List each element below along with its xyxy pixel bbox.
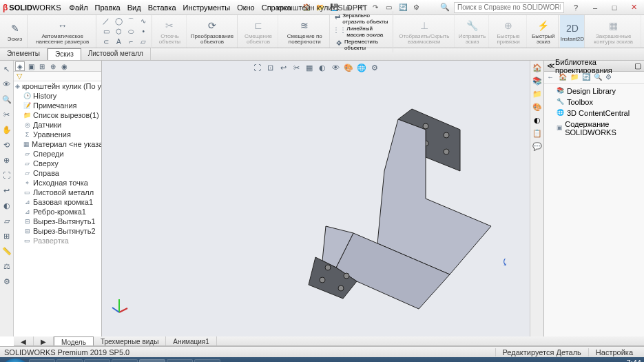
view-palette-icon[interactable]: 🎨 <box>532 103 542 112</box>
tree-equations[interactable]: ΣУравнения <box>14 130 101 139</box>
taskbar-record[interactable]: ● <box>194 359 220 363</box>
pan-icon[interactable]: ✋ <box>1 124 12 135</box>
viewport[interactable]: ⛶ ⊡ ↩ ✂ ▦ ◐ 👁 🎨 🌐 ⚙ ⤹ <box>102 61 530 336</box>
refresh-icon[interactable]: 🔄 <box>582 73 592 83</box>
tree-cut-extrude1[interactable]: ⊟Вырез-Вытянуть1 <box>14 217 101 226</box>
add-folder-icon[interactable]: 📁 <box>570 73 580 83</box>
linear-pattern-icon[interactable]: ⋮⋮ <box>334 26 345 35</box>
tree-front-plane[interactable]: ▱Спереди <box>14 149 101 159</box>
view-orientation-icon[interactable]: ▦ <box>304 62 315 73</box>
arc-icon[interactable]: ⌒ <box>125 17 136 26</box>
tree-filter-icon[interactable]: ▽ <box>14 72 101 81</box>
menu-file[interactable]: Файл <box>70 3 88 12</box>
taskbar-chrome[interactable]: 🌐 <box>29 359 55 363</box>
line-icon[interactable]: ／ <box>101 17 112 26</box>
grid-icon[interactable]: ⊞ <box>1 230 12 241</box>
tab-sheetmetal[interactable]: Листовой металл <box>81 48 151 60</box>
trim-button[interactable]: ✂Отсечь объекты <box>154 15 186 48</box>
design-library-item[interactable]: 📚Design Library <box>547 86 641 97</box>
menu-window[interactable]: Окно <box>237 3 255 12</box>
text-icon[interactable]: A <box>113 37 124 47</box>
apply-scene-icon[interactable]: 🌐 <box>356 62 367 73</box>
close-taskpane-icon[interactable]: ▢ <box>634 61 641 70</box>
taskbar-telegram[interactable]: ✈ <box>112 359 138 363</box>
smart-dimension-button[interactable]: ↔Автоматическое нанесение размеров <box>29 15 96 48</box>
featuremanager-tab-icon[interactable]: ◈ <box>15 61 25 71</box>
sw-content-item[interactable]: ▣Содержание SOLIDWORKS <box>547 119 641 138</box>
taskbar-skype[interactable]: Ⓢ <box>56 359 83 363</box>
taskbar-solidworks[interactable]: SW <box>139 359 165 363</box>
sketch-button[interactable]: ✎Эскиз <box>3 15 28 48</box>
fillet-icon[interactable]: ⌐ <box>125 37 136 47</box>
home-icon[interactable]: 🏠 <box>559 73 568 83</box>
dimxpert-tab-icon[interactable]: ⊕ <box>48 61 58 71</box>
perspective-icon[interactable]: ▱ <box>1 215 12 226</box>
help-search-input[interactable] <box>454 2 564 13</box>
hide-show-icon[interactable]: 👁 <box>330 62 341 73</box>
tree-edge-flange1[interactable]: ⊿Ребро-кромка1 <box>14 207 101 217</box>
menu-view[interactable]: Вид <box>127 3 141 12</box>
shadows-icon[interactable]: ◐ <box>1 200 12 211</box>
tree-top-plane[interactable]: ▱Сверху <box>14 159 101 168</box>
rect-icon[interactable]: ▭ <box>101 27 112 37</box>
poly-icon[interactable]: ⬡ <box>113 27 124 37</box>
custom-props-icon[interactable]: 📋 <box>532 129 542 138</box>
tree-right-plane[interactable]: ▱Справа <box>14 168 101 178</box>
spline-icon[interactable]: ∿ <box>138 17 149 26</box>
instant2d-button[interactable]: 2DInstant2D <box>560 15 585 48</box>
tab-sketch[interactable]: Эскиз <box>48 48 81 60</box>
tree-flat-pattern[interactable]: ▭Развертка <box>14 236 101 245</box>
tray-clock[interactable]: 7:44 20.11.2021 <box>603 359 641 362</box>
offset-button[interactable]: ⊏Смещение объектов <box>239 15 279 48</box>
point-icon[interactable]: • <box>138 27 149 37</box>
search-icon[interactable]: 🔍 <box>594 73 603 83</box>
circle-icon[interactable]: ◯ <box>113 17 124 26</box>
minimize-button[interactable]: – <box>588 2 603 13</box>
file-explorer-icon[interactable]: 📁 <box>532 90 542 99</box>
contentcentral-item[interactable]: 🌐3D ContentCentral <box>547 108 641 119</box>
tree-sensors[interactable]: ◎Датчики <box>14 120 101 130</box>
maximize-button[interactable]: □ <box>607 2 622 13</box>
config-icon[interactable]: ⚙ <box>605 73 615 83</box>
view-settings-icon[interactable]: ⚙ <box>369 62 380 73</box>
convert-entities-button[interactable]: ⟳Преобразование объектов <box>188 15 238 48</box>
tab-3d-views[interactable]: Трехмерные виды <box>94 336 166 345</box>
zoom-fit-icon[interactable]: ⛶ <box>1 170 12 181</box>
quick-snaps-button[interactable]: ⊕Быстрые привязки <box>490 15 527 48</box>
configmanager-tab-icon[interactable]: ⊞ <box>37 61 47 71</box>
display-relations-button[interactable]: ⊥Отобразить/Скрыть взаимосвязи <box>395 15 455 48</box>
plane-icon[interactable]: ▱ <box>138 37 149 47</box>
tree-cuts-list[interactable]: 📁Список вырезов(1) <box>14 110 101 120</box>
section-view-icon[interactable]: ✂ <box>291 62 302 73</box>
tree-base-flange1[interactable]: ⊿Базовая кромка1 <box>14 197 101 207</box>
home-taskpane-icon[interactable]: 🏠 <box>532 63 542 72</box>
close-button[interactable]: ✕ <box>626 2 641 13</box>
display-style-icon[interactable]: ◐ <box>317 62 328 73</box>
prev-view-icon[interactable]: ↩ <box>278 62 289 73</box>
mirror-icon[interactable]: ⇄ <box>334 12 341 22</box>
tab-features[interactable]: Элементы <box>0 48 48 60</box>
rebuild-icon[interactable]: 🔄 <box>397 2 408 13</box>
section-icon[interactable]: ✂ <box>1 109 12 120</box>
repair-sketch-button[interactable]: 🔧Исправить эскиз <box>456 15 489 48</box>
start-button[interactable] <box>3 359 28 363</box>
help-icon[interactable]: ? <box>568 2 583 13</box>
edit-appearance-icon[interactable]: 🎨 <box>343 62 354 73</box>
back-icon[interactable]: ← <box>547 73 557 83</box>
status-custom[interactable]: Настройка <box>588 348 640 356</box>
magnify-icon[interactable]: 🔍 <box>1 94 12 105</box>
measure-icon[interactable]: 📏 <box>1 245 12 257</box>
tab-model[interactable]: Модель <box>54 336 94 345</box>
tree-notes[interactable]: 📝Примечания <box>14 101 101 110</box>
offset-surface-button[interactable]: ≋Смещение по поверхности <box>280 15 330 48</box>
zoom-fit-icon[interactable]: ⛶ <box>251 62 262 73</box>
taskbar-explorer[interactable]: 📁 <box>84 359 110 363</box>
tree-root[interactable]: ◈кронштейн кулик (По умолчанию<<П <box>14 81 101 91</box>
zoom-icon[interactable]: ⊕ <box>1 154 12 165</box>
rapid-sketch-button[interactable]: ⚡Быстрый эскиз <box>528 15 559 48</box>
display-tab-icon[interactable]: ◉ <box>59 61 69 71</box>
menu-edit[interactable]: Правка <box>95 3 121 12</box>
design-library-icon[interactable]: 📚 <box>532 77 542 86</box>
menu-tools[interactable]: Инструменты <box>183 3 231 12</box>
view-tool-icon[interactable]: 👁 <box>1 79 12 90</box>
